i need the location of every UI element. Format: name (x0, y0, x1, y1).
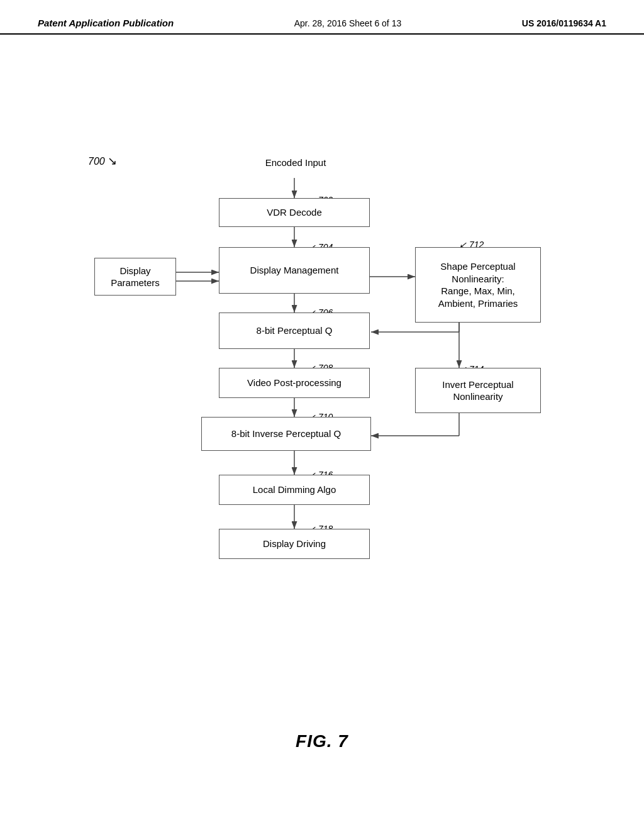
invert-perceptual-box: Invert Perceptual Nonlinearity (415, 368, 541, 413)
inverse-perceptual-q-box: 8-bit Inverse Perceptual Q (201, 417, 371, 451)
local-dimming-box: Local Dimming Algo (219, 475, 370, 505)
diagram-ref-700: 700 ↘ (88, 154, 117, 168)
display-driving-box: Display Driving (219, 529, 370, 559)
encoded-input-label: Encoded Input (258, 157, 333, 168)
shape-perceptual-box: Shape Perceptual Nonlinearity: Range, Ma… (415, 247, 541, 323)
patent-publication-label: Patent Application Publication (38, 18, 174, 28)
header-right: US 2016/0119634 A1 (522, 18, 606, 28)
display-params-box: Display Parameters (94, 258, 176, 296)
diagram-area: 700 ↘ Encoded Input ↙ 702 VDR Decode ↙ 7… (0, 35, 644, 789)
video-post-box: Video Post-processing (219, 368, 370, 398)
header-left: Patent Application Publication (38, 18, 174, 28)
vdr-decode-box: VDR Decode (219, 198, 370, 227)
display-management-box: Display Management (219, 247, 370, 294)
page-header: Patent Application Publication Apr. 28, … (0, 0, 644, 35)
figure-label: FIG. 7 (296, 731, 348, 751)
perceptual-q-box: 8-bit Perceptual Q (219, 313, 370, 349)
header-center: Apr. 28, 2016 Sheet 6 of 13 (294, 18, 401, 28)
